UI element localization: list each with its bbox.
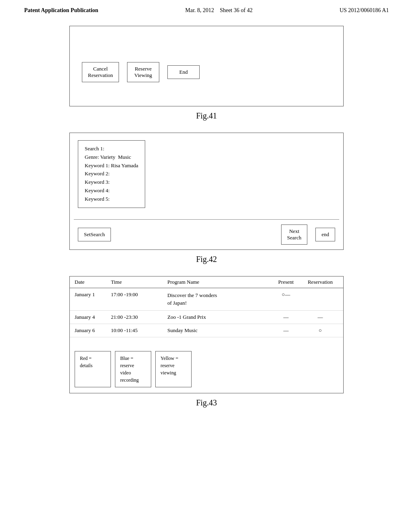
set-search-button[interactable]: SetSearch: [78, 228, 111, 241]
row-time-2: 21:00 -23:30: [111, 314, 167, 320]
fig42-search-info: Search 1: Genre: Variety Music Keyword 1…: [85, 145, 138, 204]
fig41-caption: Fig.41: [32, 111, 381, 121]
fig42-info-block: Search 1: Genre: Variety Music Keyword 1…: [70, 133, 343, 219]
col-header-time: Time: [111, 279, 167, 285]
row-reservation-3: ○: [302, 327, 338, 334]
fig42-diagram: Search 1: Genre: Variety Music Keyword 1…: [69, 133, 344, 250]
end-button[interactable]: End: [167, 65, 200, 79]
legend-yellow: Yellow =reserveviewing: [155, 351, 192, 387]
row-time-3: 10:00 -11:45: [111, 327, 167, 334]
row-date-3: January 6: [75, 327, 111, 334]
row-program-1: Discover the 7 wondersof Japan!: [167, 291, 270, 307]
row-date-1: January 1: [75, 291, 111, 298]
row-reservation-2: —: [302, 314, 338, 320]
fig43-legend: Red =details Blue =reservevideorecording…: [70, 345, 343, 393]
reserve-viewing-button[interactable]: ReserveViewing: [127, 62, 159, 82]
col-header-reservation: Reservation: [302, 279, 338, 285]
cancel-reservation-button[interactable]: CancelReservation: [82, 62, 119, 82]
row-date-2: January 4: [75, 314, 111, 320]
fig43-diagram: Date Time Program Name Present Reservati…: [69, 276, 344, 393]
header-publication: Patent Application Publication: [24, 7, 98, 14]
next-search-button[interactable]: NextSearch: [281, 224, 307, 245]
fig43-caption: Fig.43: [32, 398, 381, 407]
fig41-section: CancelReservation ReserveViewing End Fig…: [32, 26, 381, 121]
table-spacer: [70, 337, 343, 345]
fig43-table-header: Date Time Program Name Present Reservati…: [70, 276, 343, 288]
row-program-2: Zoo -1 Grand Prix: [167, 314, 270, 320]
main-content: CancelReservation ReserveViewing End Fig…: [0, 18, 413, 428]
col-header-date: Date: [75, 279, 111, 285]
fig42-section: Search 1: Genre: Variety Music Keyword 1…: [32, 133, 381, 264]
fig42-button-group: SetSearch NextSearch end: [70, 220, 343, 249]
legend-red: Red =details: [75, 351, 111, 387]
table-row: January 1 17:00 -19:00 Discover the 7 wo…: [70, 288, 343, 311]
row-present-3: —: [270, 327, 302, 334]
row-present-2: —: [270, 314, 302, 320]
header-patent-number: US 2012/0060186 A1: [340, 7, 389, 14]
col-header-program: Program Name: [167, 279, 270, 285]
col-header-present: Present: [270, 279, 302, 285]
row-time-1: 17:00 -19:00: [111, 291, 167, 298]
row-program-3: Sunday Music: [167, 327, 270, 334]
table-row: January 6 10:00 -11:45 Sunday Music — ○: [70, 324, 343, 337]
legend-blue: Blue =reservevideorecording: [115, 351, 151, 387]
fig42-end-button[interactable]: end: [315, 228, 335, 241]
fig43-section: Date Time Program Name Present Reservati…: [32, 276, 381, 407]
fig41-button-group: CancelReservation ReserveViewing End: [82, 62, 331, 82]
fig41-diagram: CancelReservation ReserveViewing End: [69, 26, 344, 106]
page-header: Patent Application Publication Mar. 8, 2…: [0, 0, 413, 18]
row-present-1: ○—: [270, 291, 302, 298]
table-row: January 4 21:00 -23:30 Zoo -1 Grand Prix…: [70, 311, 343, 324]
fig42-caption: Fig.42: [32, 255, 381, 264]
header-date-sheet: Mar. 8, 2012 Sheet 36 of 42: [185, 7, 252, 14]
